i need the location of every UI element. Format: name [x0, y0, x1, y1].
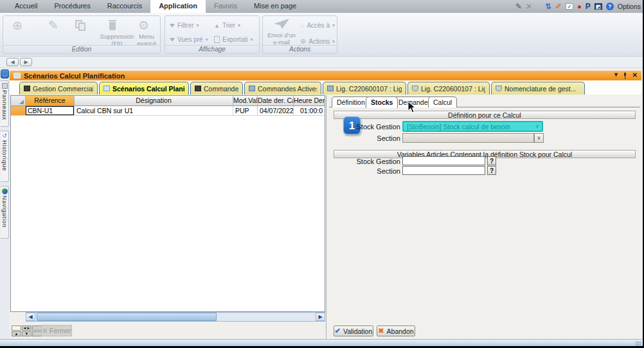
- window-check-icon[interactable]: ✓: [566, 3, 573, 10]
- column-header-date[interactable]: Date der. Cal: [258, 96, 294, 106]
- doc-tab-label: Commandes: [204, 85, 238, 93]
- help-icon[interactable]: ?: [606, 3, 614, 10]
- menu-tab-favoris[interactable]: Favoris: [206, 0, 246, 13]
- acces-a-button[interactable]: ∴ Accès à ▾: [300, 22, 335, 29]
- copy-icon[interactable]: [75, 20, 85, 31]
- options-button[interactable]: Options: [618, 3, 641, 10]
- section-combobox[interactable]: [402, 133, 534, 143]
- section-dropdown-button[interactable]: ∨: [534, 133, 544, 143]
- doc-tab-scenarios-calcul[interactable]: Scénarios Calcul Planif...: [99, 82, 189, 95]
- sidebar-tab-panneaux[interactable]: Panneaux: [1, 80, 9, 127]
- column-header-reference[interactable]: Référence: [26, 96, 75, 106]
- layout-button-2[interactable]: [32, 325, 42, 331]
- cell-reference[interactable]: CBN-U1: [26, 106, 75, 116]
- record-down-button[interactable]: ▼: [22, 331, 31, 336]
- doc-tab-lig-1[interactable]: Lig. C220600107 : Lign...: [323, 82, 406, 95]
- share-icon: ∴: [300, 22, 304, 29]
- back-button[interactable]: ◀: [6, 58, 19, 66]
- forward-button[interactable]: ▶: [20, 58, 32, 66]
- menu-tab-mise-en-page[interactable]: Mise en page: [246, 0, 305, 13]
- var-section-input[interactable]: [402, 166, 485, 175]
- vues-pre-button[interactable]: Vues pré ▾: [170, 36, 208, 43]
- trier-button[interactable]: ▲ Trier ▾: [214, 22, 240, 29]
- signature-icon[interactable]: ✎: [515, 3, 522, 10]
- select-all-cell[interactable]: [11, 96, 26, 106]
- record-icon[interactable]: ●: [577, 3, 582, 10]
- sidebar-tab-historique[interactable]: ↺ Historique: [1, 131, 9, 182]
- refresh-icon[interactable]: ⇅: [545, 3, 551, 10]
- column-header-modval[interactable]: Mod.Val: [233, 96, 258, 106]
- ribbon-caption-actions: Actions: [263, 45, 337, 53]
- ribbon-group-actions: Envoi d'un e-mail ∴ Accès à ▾ ⊕ Actions …: [262, 15, 337, 54]
- left-sidebar: ◡ Panneaux ↺ Historique Navigation: [0, 68, 10, 346]
- scenarios-grid: Référence Désignation Mod.Val Date der. …: [10, 95, 325, 312]
- stock-gestion-combobox[interactable]: [StoBesoin] Stock calcul de besoin ∨: [402, 121, 543, 132]
- ribbon-caption-affichage: Affichage: [165, 45, 259, 53]
- fermer-button[interactable]: ✕Fermer: [41, 325, 72, 336]
- collapse-sidebar-button[interactable]: ◡: [1, 69, 9, 78]
- horizontal-scrollbar[interactable]: ◀ ▶: [26, 312, 325, 322]
- collapse-document-icon[interactable]: ▼: [613, 71, 619, 78]
- var-stock-gestion-help-button[interactable]: ?: [487, 156, 496, 165]
- ribbon: ⊕ ✎ ⚙ Suppression (F6) Menu avancé Editi…: [0, 13, 643, 57]
- delete-x-icon[interactable]: ✕: [526, 3, 532, 10]
- tab-calcul[interactable]: Calcul: [428, 96, 457, 107]
- validation-button[interactable]: ✔ Validation: [334, 325, 373, 336]
- record-up-button[interactable]: ▲: [12, 331, 21, 336]
- tab-definition[interactable]: Définition: [332, 96, 370, 107]
- doc-tab-nomenclature[interactable]: Nomenclature de gest...: [491, 82, 585, 95]
- cell-modval[interactable]: PUP: [233, 106, 258, 116]
- chevron-down-icon: ▾: [206, 37, 208, 42]
- filtrer-button[interactable]: Filtrer ▾: [170, 22, 199, 29]
- document-title: Scénarios Calcul Planification: [24, 72, 125, 80]
- layout-button-3[interactable]: [32, 331, 42, 336]
- pen-icon[interactable]: ✐: [555, 3, 562, 10]
- doc-tab-label: Commandes Actives: [258, 85, 317, 93]
- stock-gestion-label: Stock Gestion: [346, 123, 400, 131]
- doc-tab-gestion-commerciale[interactable]: Gestion Commerciale ...: [19, 82, 98, 95]
- row-selector-cell[interactable]: [11, 106, 26, 116]
- scrollbar-thumb[interactable]: [37, 313, 217, 321]
- resize-grip[interactable]: [635, 341, 641, 346]
- doc-tab-commandes-actives[interactable]: Commandes Actives: [244, 82, 321, 95]
- p-icon[interactable]: P: [586, 3, 591, 10]
- window-icon: [13, 73, 21, 78]
- gear-icon[interactable]: ⚙: [138, 19, 149, 32]
- table-row[interactable]: CBN-U1 Calcul CBN sur U1 PUP 04/07/2022 …: [11, 106, 325, 116]
- pin-icon[interactable]: [623, 73, 627, 79]
- doc-tab-lig-2[interactable]: Lig. C220600107 : Lign...: [407, 82, 490, 95]
- file-icon: [214, 36, 220, 43]
- layout-button-1[interactable]: [12, 325, 21, 331]
- menu-tab-accueil[interactable]: Accueil: [6, 0, 46, 13]
- scroll-right-arrow[interactable]: ▶: [316, 313, 325, 321]
- var-section-help-button[interactable]: ?: [487, 166, 496, 175]
- envoi-email-button[interactable]: Envoi d'un e-mail: [264, 18, 299, 46]
- cell-heure[interactable]: 01:00:0: [294, 106, 325, 116]
- column-header-heure[interactable]: Heure Der.: [294, 96, 325, 106]
- cell-designation[interactable]: Calcul CBN sur U1: [75, 106, 233, 116]
- cell-date[interactable]: 04/07/2022: [258, 106, 294, 116]
- edit-icon[interactable]: ✎: [48, 19, 58, 32]
- popup-window-icon[interactable]: ◩: [595, 3, 602, 10]
- close-document-icon[interactable]: ✕: [632, 71, 638, 78]
- scroll-left-arrow[interactable]: ◀: [26, 313, 35, 321]
- menu-tab-procedures[interactable]: Procédures: [46, 0, 98, 13]
- abandon-button[interactable]: ✖ Abandon: [377, 325, 415, 336]
- doc-tab-commandes[interactable]: Commandes: [190, 82, 243, 95]
- record-prev-next-button[interactable]: ◄►: [22, 325, 31, 331]
- menu-tab-application[interactable]: Application: [150, 0, 206, 13]
- sidebar-tab-label: Historique: [1, 140, 8, 171]
- sidebar-tab-navigation[interactable]: Navigation: [1, 186, 9, 239]
- var-stock-gestion-input[interactable]: [402, 156, 485, 165]
- tab-stocks[interactable]: Stocks: [366, 96, 398, 108]
- grid-header-row: Référence Désignation Mod.Val Date der. …: [11, 96, 325, 106]
- column-header-designation[interactable]: Désignation: [75, 96, 233, 106]
- exporter-button[interactable]: Exportati ▾: [214, 36, 253, 43]
- menu-tab-raccourcis[interactable]: Raccourcis: [99, 0, 150, 13]
- doc-tab-label: Nomenclature de gest...: [505, 85, 576, 93]
- var-stock-gestion-label: Stock Gestion: [346, 158, 400, 165]
- trash-icon[interactable]: [108, 20, 117, 31]
- section-label: Section: [346, 134, 400, 142]
- window-icon: [103, 86, 110, 91]
- add-icon[interactable]: ⊕: [12, 19, 22, 32]
